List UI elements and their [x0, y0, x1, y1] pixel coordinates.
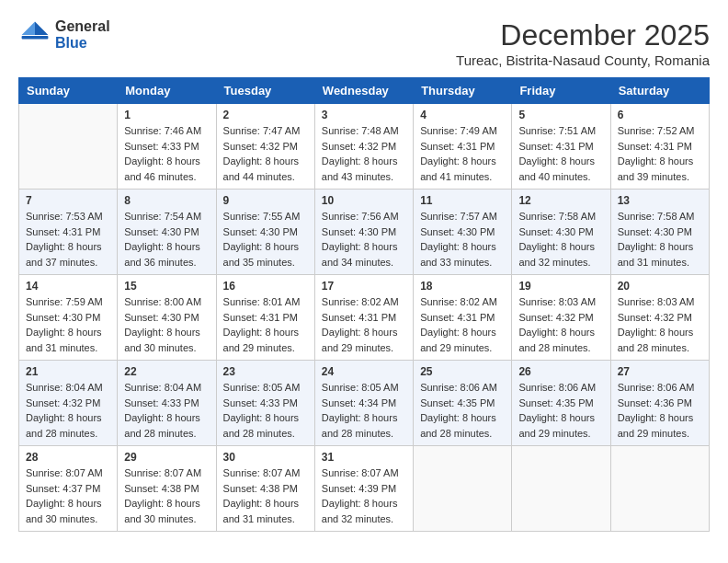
calendar-cell: 18 Sunrise: 8:02 AM Sunset: 4:31 PM Dayl… [414, 275, 512, 361]
sunrise-text: Sunrise: 8:03 AM [518, 294, 603, 310]
day-info: Sunrise: 8:04 AM Sunset: 4:33 PM Dayligh… [124, 380, 209, 441]
day-number: 1 [124, 109, 209, 121]
daylight-text: Daylight: 8 hours and 28 minutes. [26, 410, 110, 441]
day-number: 20 [618, 280, 702, 293]
daylight-text: Daylight: 8 hours and 31 minutes. [26, 325, 110, 355]
sunset-text: Sunset: 4:30 PM [618, 224, 702, 240]
sunset-text: Sunset: 4:30 PM [124, 224, 209, 240]
sunset-text: Sunset: 4:31 PM [518, 139, 603, 155]
weekday-header-row: SundayMondayTuesdayWednesdayThursdayFrid… [19, 78, 710, 104]
calendar-cell: 30 Sunrise: 8:07 AM Sunset: 4:38 PM Dayl… [216, 446, 314, 532]
sunrise-text: Sunrise: 7:58 AM [618, 209, 702, 224]
day-number: 8 [124, 194, 209, 207]
calendar-cell: 9 Sunrise: 7:55 AM Sunset: 4:30 PM Dayli… [216, 190, 314, 275]
logo: General Blue [18, 18, 110, 52]
sunrise-text: Sunrise: 7:58 AM [518, 209, 603, 224]
day-info: Sunrise: 8:00 AM Sunset: 4:30 PM Dayligh… [124, 294, 209, 355]
calendar-cell: 11 Sunrise: 7:57 AM Sunset: 4:30 PM Dayl… [414, 190, 512, 275]
logo-text: General Blue [55, 18, 110, 52]
daylight-text: Daylight: 8 hours and 33 minutes. [420, 239, 505, 270]
calendar-cell: 15 Sunrise: 8:00 AM Sunset: 4:30 PM Dayl… [118, 275, 216, 361]
sunrise-text: Sunrise: 8:00 AM [124, 294, 209, 310]
sunset-text: Sunset: 4:30 PM [322, 224, 406, 240]
sunrise-text: Sunrise: 8:01 AM [223, 294, 308, 310]
calendar-cell: 28 Sunrise: 8:07 AM Sunset: 4:37 PM Dayl… [19, 446, 118, 532]
calendar-cell: 6 Sunrise: 7:52 AM Sunset: 4:31 PM Dayli… [610, 104, 709, 190]
calendar-cell: 19 Sunrise: 8:03 AM Sunset: 4:32 PM Dayl… [512, 275, 610, 361]
sunrise-text: Sunrise: 8:04 AM [124, 380, 209, 396]
sunset-text: Sunset: 4:30 PM [518, 224, 603, 240]
day-info: Sunrise: 7:58 AM Sunset: 4:30 PM Dayligh… [618, 209, 702, 270]
daylight-text: Daylight: 8 hours and 29 minutes. [322, 325, 406, 355]
calendar-cell: 2 Sunrise: 7:47 AM Sunset: 4:32 PM Dayli… [216, 104, 314, 190]
sunrise-text: Sunrise: 7:57 AM [420, 209, 505, 224]
sunset-text: Sunset: 4:39 PM [322, 481, 406, 497]
calendar-cell: 4 Sunrise: 7:49 AM Sunset: 4:31 PM Dayli… [414, 104, 512, 190]
svg-marker-0 [35, 22, 48, 35]
calendar-cell: 31 Sunrise: 8:07 AM Sunset: 4:39 PM Dayl… [314, 446, 413, 532]
title-block: December 2025 Tureac, Bistrita-Nasaud Co… [456, 18, 710, 68]
daylight-text: Daylight: 8 hours and 29 minutes. [518, 410, 603, 441]
calendar-week-row: 28 Sunrise: 8:07 AM Sunset: 4:37 PM Dayl… [19, 446, 710, 532]
calendar-week-row: 7 Sunrise: 7:53 AM Sunset: 4:31 PM Dayli… [19, 190, 710, 275]
sunset-text: Sunset: 4:31 PM [322, 310, 406, 326]
day-info: Sunrise: 8:02 AM Sunset: 4:31 PM Dayligh… [322, 294, 406, 355]
calendar-cell [610, 446, 709, 532]
day-info: Sunrise: 7:53 AM Sunset: 4:31 PM Dayligh… [26, 209, 110, 270]
sunset-text: Sunset: 4:30 PM [124, 310, 209, 326]
daylight-text: Daylight: 8 hours and 29 minutes. [618, 410, 702, 441]
day-info: Sunrise: 8:03 AM Sunset: 4:32 PM Dayligh… [618, 294, 702, 355]
weekday-header: Monday [118, 78, 216, 104]
day-info: Sunrise: 8:06 AM Sunset: 4:36 PM Dayligh… [618, 380, 702, 441]
daylight-text: Daylight: 8 hours and 32 minutes. [322, 496, 406, 526]
sunset-text: Sunset: 4:35 PM [518, 396, 603, 411]
day-number: 25 [420, 365, 505, 378]
weekday-header: Saturday [610, 78, 709, 104]
sunrise-text: Sunrise: 8:03 AM [618, 294, 702, 310]
weekday-header: Thursday [414, 78, 512, 104]
calendar-subtitle: Tureac, Bistrita-Nasaud County, Romania [456, 52, 710, 68]
calendar-cell: 23 Sunrise: 8:05 AM Sunset: 4:33 PM Dayl… [216, 361, 314, 446]
day-info: Sunrise: 7:58 AM Sunset: 4:30 PM Dayligh… [518, 209, 603, 270]
day-number: 12 [518, 194, 603, 207]
calendar-cell: 26 Sunrise: 8:06 AM Sunset: 4:35 PM Dayl… [512, 361, 610, 446]
sunset-text: Sunset: 4:38 PM [223, 481, 308, 497]
day-info: Sunrise: 7:54 AM Sunset: 4:30 PM Dayligh… [124, 209, 209, 270]
sunset-text: Sunset: 4:32 PM [26, 396, 110, 411]
sunset-text: Sunset: 4:35 PM [420, 396, 505, 411]
daylight-text: Daylight: 8 hours and 37 minutes. [26, 239, 110, 270]
daylight-text: Daylight: 8 hours and 28 minutes. [420, 410, 505, 441]
sunset-text: Sunset: 4:31 PM [26, 224, 110, 240]
calendar-cell: 3 Sunrise: 7:48 AM Sunset: 4:32 PM Dayli… [314, 104, 413, 190]
daylight-text: Daylight: 8 hours and 28 minutes. [223, 410, 308, 441]
sunset-text: Sunset: 4:30 PM [223, 224, 308, 240]
day-info: Sunrise: 7:51 AM Sunset: 4:31 PM Dayligh… [518, 123, 603, 184]
sunrise-text: Sunrise: 8:02 AM [322, 294, 406, 310]
day-number: 22 [124, 365, 209, 378]
weekday-header: Friday [512, 78, 610, 104]
daylight-text: Daylight: 8 hours and 31 minutes. [618, 239, 702, 270]
calendar-cell: 1 Sunrise: 7:46 AM Sunset: 4:33 PM Dayli… [118, 104, 216, 190]
day-number: 26 [518, 365, 603, 378]
sunrise-text: Sunrise: 8:04 AM [26, 380, 110, 396]
daylight-text: Daylight: 8 hours and 41 minutes. [420, 154, 505, 184]
day-info: Sunrise: 7:49 AM Sunset: 4:31 PM Dayligh… [420, 123, 505, 184]
daylight-text: Daylight: 8 hours and 32 minutes. [518, 239, 603, 270]
calendar-cell [19, 104, 118, 190]
day-number: 30 [223, 451, 308, 464]
sunrise-text: Sunrise: 7:53 AM [26, 209, 110, 224]
sunrise-text: Sunrise: 8:07 AM [223, 465, 308, 481]
daylight-text: Daylight: 8 hours and 46 minutes. [124, 154, 209, 184]
day-info: Sunrise: 8:07 AM Sunset: 4:38 PM Dayligh… [223, 465, 308, 526]
sunset-text: Sunset: 4:37 PM [26, 481, 110, 497]
sunset-text: Sunset: 4:32 PM [618, 310, 702, 326]
day-number: 2 [223, 109, 308, 121]
day-number: 14 [26, 280, 110, 293]
daylight-text: Daylight: 8 hours and 28 minutes. [322, 410, 406, 441]
sunset-text: Sunset: 4:33 PM [124, 139, 209, 155]
daylight-text: Daylight: 8 hours and 31 minutes. [223, 496, 308, 526]
sunset-text: Sunset: 4:31 PM [618, 139, 702, 155]
weekday-header: Wednesday [314, 78, 413, 104]
calendar-cell: 13 Sunrise: 7:58 AM Sunset: 4:30 PM Dayl… [610, 190, 709, 275]
sunset-text: Sunset: 4:32 PM [518, 310, 603, 326]
